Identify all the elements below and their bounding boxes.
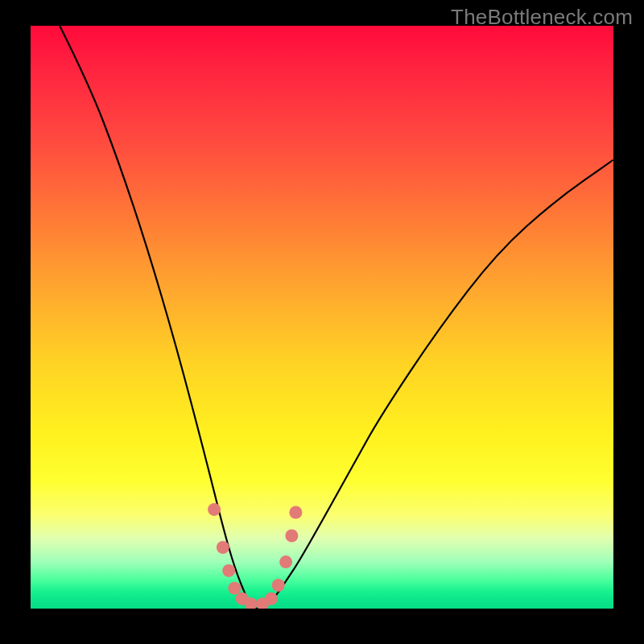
- marker-dot: [285, 530, 298, 543]
- marker-dot: [217, 541, 229, 554]
- curve-group: [60, 26, 613, 609]
- watermark-text: TheBottleneck.com: [451, 5, 633, 30]
- marker-dot: [279, 555, 292, 568]
- marker-dot: [272, 579, 285, 592]
- chart-frame: TheBottleneck.com: [0, 0, 644, 644]
- plot-area: [31, 26, 613, 609]
- marker-dot: [208, 503, 221, 516]
- marker-dot: [222, 564, 235, 577]
- marker-dot: [228, 582, 241, 595]
- chart-svg: [31, 26, 613, 609]
- marker-dot: [265, 592, 278, 605]
- marker-dot: [289, 506, 302, 519]
- bottleneck-curve: [60, 26, 613, 609]
